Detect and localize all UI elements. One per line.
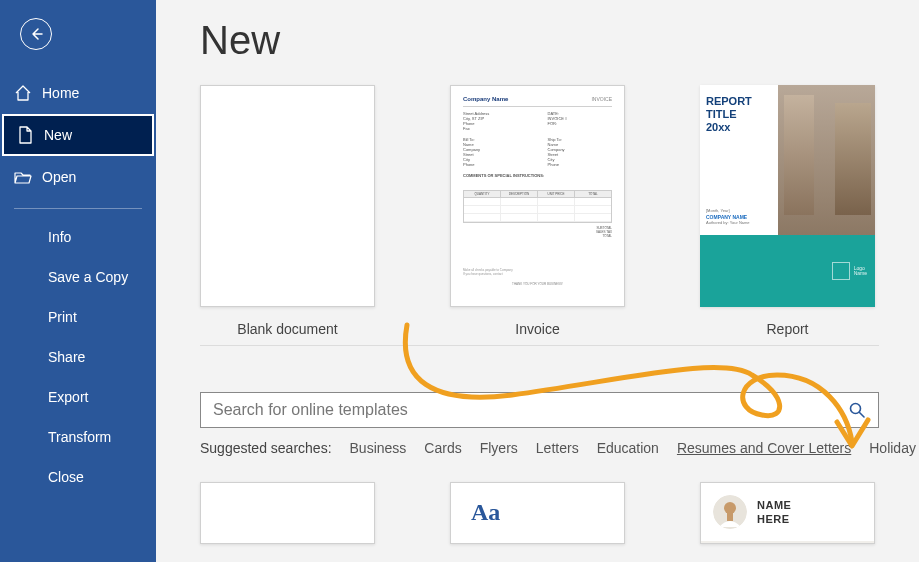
template-report[interactable]: REPORT TITLE 20xx [Month, Year] COMPANY … (700, 85, 875, 337)
template-label: Blank document (237, 321, 337, 337)
page-title: New (200, 18, 919, 63)
search-icon (848, 401, 866, 419)
suggested-link-cards[interactable]: Cards (424, 440, 461, 456)
template-row: Aa NAME HERE (200, 482, 919, 544)
sidebar-item-new[interactable]: New (2, 114, 154, 156)
sidebar-item-info[interactable]: Info (0, 217, 156, 257)
sidebar-item-close[interactable]: Close (0, 457, 156, 497)
template-item[interactable]: NAME HERE (700, 482, 875, 544)
home-icon (14, 84, 32, 102)
template-blank-document[interactable]: Blank document (200, 85, 375, 337)
template-search-input[interactable] (201, 401, 836, 419)
template-thumbnail: NAME HERE (700, 482, 875, 544)
template-thumbnail: Aa (450, 482, 625, 544)
template-label: Report (766, 321, 808, 337)
sidebar-divider (14, 208, 142, 209)
main-content: New Blank document Company Name INVOICE … (156, 0, 919, 562)
folder-open-icon (14, 168, 32, 186)
template-row: Blank document Company Name INVOICE Stre… (200, 85, 919, 337)
suggested-link-resumes-cover-letters[interactable]: Resumes and Cover Letters (677, 440, 851, 456)
sidebar-item-label: Open (42, 169, 76, 185)
suggested-link-business[interactable]: Business (350, 440, 407, 456)
divider (200, 345, 879, 346)
sidebar-item-transform[interactable]: Transform (0, 417, 156, 457)
back-button[interactable] (20, 18, 52, 50)
sidebar-item-open[interactable]: Open (0, 156, 156, 198)
template-item[interactable] (200, 482, 375, 544)
template-label: Invoice (515, 321, 559, 337)
template-item[interactable]: Aa (450, 482, 625, 544)
suggested-label: Suggested searches: (200, 440, 332, 456)
sidebar-item-share[interactable]: Share (0, 337, 156, 377)
template-thumbnail: REPORT TITLE 20xx [Month, Year] COMPANY … (700, 85, 875, 307)
sidebar-item-home[interactable]: Home (0, 72, 156, 114)
thumb-invoice-badge: INVOICE (591, 96, 612, 102)
avatar-icon (713, 495, 747, 529)
back-arrow-icon (28, 26, 44, 42)
suggested-searches: Suggested searches: Business Cards Flyer… (200, 440, 885, 456)
sidebar-item-export[interactable]: Export (0, 377, 156, 417)
template-thumbnail (200, 482, 375, 544)
template-search-box[interactable] (200, 392, 879, 428)
template-invoice[interactable]: Company Name INVOICE Street AddressCity,… (450, 85, 625, 337)
template-thumbnail: Company Name INVOICE Street AddressCity,… (450, 85, 625, 307)
suggested-link-education[interactable]: Education (597, 440, 659, 456)
backstage-sidebar: Home New Open Info Save a Copy Print Sha… (0, 0, 156, 562)
thumb-resume-name: NAME HERE (757, 498, 791, 527)
document-icon (16, 126, 34, 144)
suggested-link-holiday[interactable]: Holiday (869, 440, 916, 456)
svg-rect-4 (727, 511, 733, 521)
suggested-link-letters[interactable]: Letters (536, 440, 579, 456)
suggested-link-flyers[interactable]: Flyers (480, 440, 518, 456)
search-button[interactable] (836, 393, 878, 427)
sidebar-item-label: New (44, 127, 72, 143)
thumb-invoice-company: Company Name (463, 96, 508, 102)
template-thumbnail (200, 85, 375, 307)
svg-line-1 (860, 413, 865, 418)
thumb-aa-text: Aa (451, 483, 624, 526)
sidebar-item-print[interactable]: Print (0, 297, 156, 337)
sidebar-item-label: Home (42, 85, 79, 101)
sidebar-item-save-copy[interactable]: Save a Copy (0, 257, 156, 297)
